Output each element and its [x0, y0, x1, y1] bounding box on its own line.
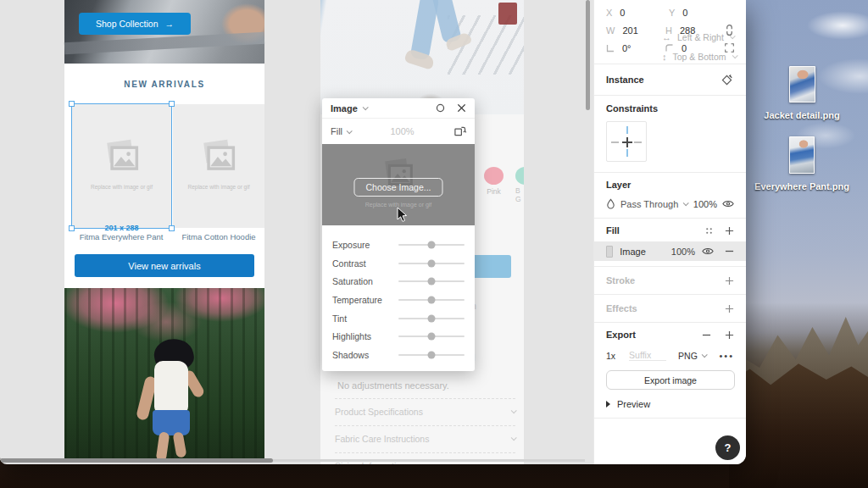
adjustment-sliders: Exposure Contrast Saturation Temperature… — [322, 225, 475, 364]
styles-grid-icon[interactable] — [705, 227, 713, 235]
slider-track[interactable] — [398, 244, 465, 246]
file-thumbnail[interactable] — [789, 66, 815, 103]
slider-thumb[interactable] — [428, 296, 436, 303]
color-swatch-pink[interactable] — [484, 167, 504, 185]
fill-mode-dropdown[interactable]: Fill — [331, 126, 351, 136]
slider-track[interactable] — [398, 280, 465, 282]
shop-collection-button[interactable]: Shop Collection → — [79, 13, 191, 35]
view-new-arrivals-button[interactable]: View new arrivals — [75, 254, 254, 277]
fill-row-image[interactable]: Image 100% — [594, 241, 746, 261]
mountain-foreground — [729, 356, 868, 488]
blend-circle-icon[interactable] — [436, 103, 445, 113]
shop-collection-label: Shop Collection — [96, 19, 159, 29]
slider-row-highlights: Highlights — [332, 327, 465, 346]
accordion-fabric-care[interactable]: Fabric Care Instructions — [335, 425, 515, 451]
product-name: Fitma Cotton Hoodie — [173, 232, 264, 241]
constraint-tick[interactable] — [626, 126, 628, 134]
slider-row-contrast: Contrast — [332, 254, 465, 273]
close-icon[interactable] — [457, 103, 466, 113]
effects-section: Effects — [594, 295, 746, 323]
hero-photo[interactable]: Shop Collection → — [64, 0, 264, 64]
desktop-file-jacket-detail[interactable]: Jacket detail.png — [751, 66, 853, 121]
dialog-title: Image — [331, 103, 358, 114]
add-fill-icon[interactable] — [725, 226, 734, 236]
slider-label: Contrast — [332, 258, 398, 269]
add-effect-icon[interactable] — [725, 304, 734, 313]
blend-mode-dropdown[interactable]: Pass Through 100% — [606, 198, 734, 209]
horizontal-constraint-dropdown[interactable]: ↔ Left & Right — [662, 27, 737, 47]
y-input[interactable]: 0 — [682, 8, 687, 18]
vertical-arrow-icon: ↕ — [662, 52, 667, 62]
preview-toggle[interactable]: Preview — [606, 399, 734, 409]
choose-image-button[interactable]: Choose Image... — [353, 178, 442, 197]
constraints-widget[interactable] — [606, 121, 647, 162]
suffix-input[interactable] — [629, 350, 666, 361]
fill-opacity-value[interactable]: 100% — [671, 247, 695, 257]
slider-thumb[interactable] — [428, 241, 436, 248]
x-label: X — [606, 8, 612, 18]
chevron-down-icon[interactable] — [362, 104, 368, 110]
constraint-tick[interactable] — [611, 141, 619, 143]
export-image-button[interactable]: Export image — [606, 370, 735, 390]
fill-thumbnail[interactable] — [606, 246, 613, 258]
export-options-icon[interactable]: ••• — [719, 351, 734, 361]
help-button[interactable]: ? — [715, 435, 740, 460]
blend-mode-icon — [606, 198, 615, 209]
export-scale-dropdown[interactable]: 1x — [606, 351, 615, 361]
remove-export-icon[interactable] — [702, 330, 711, 340]
file-thumbnail[interactable] — [789, 136, 815, 174]
slider-label: Exposure — [332, 240, 398, 250]
slider-track[interactable] — [398, 318, 465, 319]
desktop-file-everywhere-pant[interactable]: Everywhere Pant.png — [751, 136, 853, 192]
slider-track[interactable] — [398, 263, 465, 264]
add-stroke-icon[interactable] — [725, 276, 734, 286]
chevron-down-icon — [702, 352, 708, 358]
effects-title: Effects — [606, 303, 637, 313]
constraint-tick[interactable] — [634, 141, 642, 143]
slider-label: Shadows — [332, 350, 398, 360]
vertical-constraint-dropdown[interactable]: ↕ Top & Bottom — [662, 47, 737, 66]
rotation-input[interactable]: 0° — [622, 43, 632, 53]
rotate-image-icon[interactable] — [453, 125, 466, 137]
slider-row-tint: Tint — [332, 309, 465, 328]
product-placeholder-card[interactable]: Replace with image or gif — [72, 104, 171, 228]
storefront-frame[interactable]: Shop Collection → NEW ARRIVALS Replace w… — [64, 0, 264, 458]
eye-icon[interactable] — [722, 199, 734, 208]
properties-panel: X0 Y0 W201 H288 0° — [593, 0, 746, 464]
x-input[interactable]: 0 — [620, 8, 625, 18]
slider-track[interactable] — [398, 299, 465, 301]
constraint-tick[interactable] — [626, 149, 628, 157]
note-text: No adjustments necessary. — [337, 380, 449, 391]
product-placeholder-card[interactable]: Replace with image or gif — [173, 104, 264, 228]
slider-thumb[interactable] — [428, 314, 436, 322]
width-input[interactable]: 201 — [622, 25, 637, 36]
slider-thumb[interactable] — [428, 278, 436, 286]
color-swatch-teal[interactable] — [515, 167, 524, 185]
export-format-dropdown[interactable]: PNG — [678, 351, 706, 361]
image-placeholder-icon — [100, 135, 144, 179]
image-opacity-value[interactable]: 100% — [351, 126, 453, 136]
horizontal-scrollbar-thumb[interactable] — [0, 458, 273, 463]
photo-detail — [64, 32, 264, 54]
layer-section: Layer Pass Through 100% — [594, 173, 746, 219]
swatch-label: B G — [515, 186, 524, 203]
slider-track[interactable] — [398, 354, 465, 356]
slider-thumb[interactable] — [428, 333, 436, 341]
accordion-product-specifications[interactable]: Product Specifications — [335, 398, 515, 424]
slider-thumb[interactable] — [428, 259, 436, 267]
blend-mode-value: Pass Through — [620, 199, 678, 209]
vertical-scrollbar-thumb[interactable] — [586, 0, 590, 110]
accordion-sizing-information[interactable]: Sizing Information — [335, 452, 515, 464]
remove-fill-icon[interactable] — [725, 247, 734, 256]
image-preview-area[interactable]: Choose Image... Replace with image or gi… — [322, 144, 475, 225]
slider-track[interactable] — [398, 336, 465, 337]
instance-swap-icon[interactable] — [720, 73, 734, 87]
preview-label: Preview — [617, 399, 650, 409]
instance-section[interactable]: Instance — [594, 64, 746, 96]
eye-icon[interactable] — [702, 247, 714, 256]
layer-opacity-value[interactable]: 100% — [693, 199, 717, 209]
lifestyle-photo[interactable] — [64, 288, 264, 458]
add-export-icon[interactable] — [725, 330, 734, 340]
slider-thumb[interactable] — [428, 351, 436, 358]
vertical-constraint-value: Top & Bottom — [673, 52, 726, 62]
